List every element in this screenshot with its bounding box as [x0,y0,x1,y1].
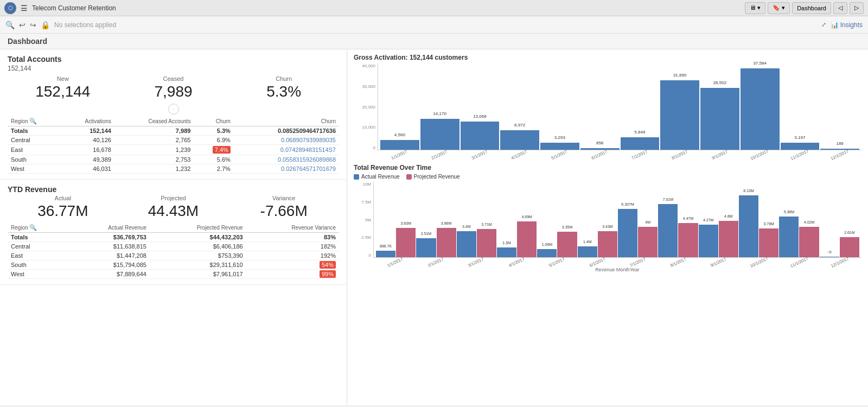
cell-churn-pct: 5.3% [194,126,233,136]
actual-bar[interactable]: 8.13M [739,195,758,257]
dashboard-btn[interactable]: Dashboard [792,2,831,14]
cell-activations: 46,031 [61,164,114,174]
insights-button[interactable]: 📊 Insights [831,21,863,29]
rev-col-region: Region 🔍 [8,223,68,233]
kpi-ceased: Ceased 7,989 [118,75,229,100]
legend-projected: Projected Revenue [406,174,460,180]
nav-fwd-btn[interactable]: ▷ [850,2,864,14]
right-panel: Gross Activation: 152,144 customers 40,0… [347,49,868,405]
bar-value-label: 3,197 [794,135,805,140]
actual-bar[interactable]: 3.4M [457,231,476,257]
app-icon: ⬡ [4,2,16,14]
bar-value-label: 4,560 [394,132,405,137]
list-icon[interactable]: ☰ [21,4,28,12]
bar-value-label: 8,972 [514,123,525,128]
activation-bar[interactable]: 37,584 [741,68,780,150]
actual-bar[interactable]: 1.3M [497,247,516,257]
col-ceased: Ceased Accounts [114,117,194,126]
revenue-chart-title: Total Revenue Over Time [354,164,861,171]
table-row: South 49,389 2,753 5.6% 0.05583159260898… [8,155,339,164]
ytd-revenue-section: YTD Revenue Actual 36.77M Projected 44.4… [0,180,347,285]
screen-btn[interactable]: 🖥 ▾ [745,2,765,14]
bar-value-label: 28,502 [713,80,726,85]
activation-bar[interactable]: 28,502 [700,88,739,150]
projected-bar-label: 4.69M [522,215,532,219]
y-label-10k: 10,000 [362,125,375,130]
total-accounts-title: Total Accounts [8,55,339,63]
revenue-chart-wrapper: 10M 7.5M 5M 2.5M 0 886.7K3.83M2.51M3.86M… [354,182,861,272]
table-row: West 46,031 1,232 2.7% 0.026764571701679 [8,164,339,174]
kpi-projected: Projected 44.43M [118,195,229,220]
no-selections-text: No selections applied [54,21,116,29]
cell-activations: 152,144 [61,126,114,136]
nav-back-btn[interactable]: ◁ [833,2,847,14]
expand-icon[interactable]: ⤢ [821,21,826,28]
bookmark-btn[interactable]: 🔖 ▾ [768,2,790,14]
total-accounts-table: Region 🔍 Activations Ceased Accounts Chu… [8,117,339,174]
projected-bar-label: 3.79M [763,222,774,226]
actual-bar[interactable]: 6.337M [618,209,637,257]
kpi-new: New 152,144 [8,75,118,100]
actual-bar[interactable]: 1.06M [537,249,557,257]
actual-bar[interactable]: 5.38M [779,217,799,257]
projected-bar-label: 4.02M [804,220,814,224]
cell-region: Totals [8,126,61,136]
cell-region: East [8,145,61,155]
cell-churn-val: 0.026764571701679 [234,164,339,174]
bar-value-label: 189 [836,141,843,146]
rev-region-search-icon[interactable]: 🔍 [29,224,37,231]
cell-churn-pct: 5.6% [194,155,233,164]
projected-bar-label: 2.61M [844,231,854,234]
cell-churn-pct: 6.9% [194,136,233,145]
actual-bar-label: 2.51M [421,232,431,236]
cell-variance: 54% [246,260,339,270]
rev-y-5m: 5M [365,218,371,222]
cell-ceased: 1,239 [114,145,194,155]
main-content: Total Accounts 152,144 New 152,144 Cease… [0,49,868,405]
actual-bar[interactable]: 7.01M [658,204,678,257]
ytd-revenue-table: Region 🔍 Actual Revenue Projected Revenu… [8,223,339,279]
actual-bar[interactable]: 886.7K [376,251,395,257]
actual-bar-label: 8.13M [743,189,754,193]
projected-bar-label: 3.86M [441,221,451,225]
cell-region: West [8,270,68,279]
actual-bar[interactable]: 2.51M [416,238,436,257]
cell-variance: 192% [246,251,339,260]
activation-bar[interactable]: 31,890 [660,80,699,150]
top-bar: ⬡ ☰ Telecom Customer Retention 🖥 ▾ 🔖 ▾ D… [0,0,868,16]
cell-ceased: 1,232 [114,164,194,174]
rev-y-0: 0 [369,253,371,258]
actual-bar-label: 4.27M [703,218,713,222]
kpi-variance: Variance -7.66M [228,195,339,220]
top-bar-right: 🖥 ▾ 🔖 ▾ Dashboard ◁ ▷ [745,2,864,14]
revenue-bar-group: 5.38M4.02M [779,217,819,257]
ytd-kpi-row: Actual 36.77M Projected 44.43M Variance … [8,195,339,220]
bar-value-label: 31,890 [673,73,686,78]
cell-region: South [8,260,68,270]
lock-icon[interactable]: 🔒 [41,21,50,29]
table-row: Central 40,126 2,765 6.9% 0.068907939989… [8,136,339,145]
ytd-revenue-title: YTD Revenue [8,185,339,194]
table-row: West $7,889,644 $7,961,017 99% [8,270,339,279]
rev-col-projected: Projected Revenue [150,223,246,233]
cell-projected: $753,390 [150,251,246,260]
actual-bar[interactable]: ~0 [820,257,839,257]
back-icon[interactable]: ↩ [19,21,25,29]
actual-bar-label: 6.337M [621,202,634,206]
cell-actual: $7,889,644 [68,270,150,279]
region-search-icon[interactable]: 🔍 [29,118,37,124]
actual-bar[interactable]: 4.27M [699,225,718,257]
forward-icon[interactable]: ↪ [30,21,36,29]
search-icon[interactable]: 🔍 [5,21,15,29]
drill-icon[interactable]: · [168,104,179,115]
actual-bar[interactable]: 1.4M [578,246,597,257]
projected-bar[interactable]: 4.69M [517,221,537,257]
projected-bar[interactable]: 3.83M [396,228,416,257]
kpi-actual-value: 36.77M [8,202,118,220]
rev-y-2.5m: 2.5M [361,235,371,240]
total-accounts-kpi-row: New 152,144 Ceased 7,989 Churn 5.3% [8,75,339,100]
revenue-bar-group: 8.13M3.79M [739,195,778,257]
cell-churn-pct: 7.4% [194,145,233,155]
cell-region: Central [8,242,68,251]
revenue-xlabels: 1/1/20172/1/20173/1/20174/1/20175/1/2017… [373,258,861,266]
